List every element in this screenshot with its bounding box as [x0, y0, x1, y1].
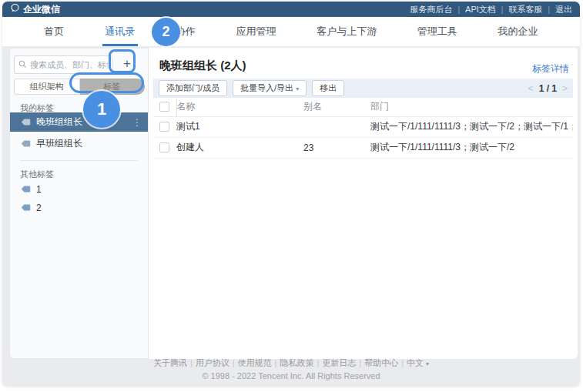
- more-options-icon[interactable]: ⋮: [132, 117, 142, 128]
- tag-detail-link[interactable]: 标签详情: [532, 62, 569, 75]
- pagination: < 1 / 1 >: [528, 83, 568, 94]
- toolbar: 添加部门/成员 批量导入/导出▾ 移出 < 1 / 1 >: [153, 79, 573, 98]
- row-checkbox-cell: [153, 137, 176, 158]
- search-input[interactable]: [30, 60, 108, 69]
- footer-divider: |: [275, 358, 277, 367]
- search-icon: [18, 58, 27, 72]
- prev-page-icon[interactable]: <: [528, 83, 534, 94]
- column-alias: 别名: [303, 98, 370, 116]
- remove-button[interactable]: 移出: [312, 80, 344, 96]
- footer: 关于腾讯|用户协议|使用规范|隐私政策|更新日志|帮助中心|中文 ▾ © 199…: [2, 357, 580, 380]
- main-panel: 晚班组组长 (2人) 标签详情 添加部门/成员 批量导入/导出▾ 移出 < 1 …: [149, 48, 578, 359]
- tab-contacts[interactable]: 通讯录: [105, 17, 135, 46]
- tab-my-company[interactable]: 我的企业: [498, 17, 538, 46]
- sidebar-divider: [20, 160, 138, 161]
- select-all-checkbox[interactable]: [159, 102, 169, 112]
- sidebar-toggle: 组织架构 标签: [14, 79, 145, 95]
- footer-link-usage-rules[interactable]: 使用规范: [238, 358, 272, 367]
- search-box: [14, 55, 112, 74]
- table-row[interactable]: 测试1 测试一下/1/111/1111/3；测试一下/2；测试一下/1；测...: [153, 116, 573, 137]
- sidebar-item-other-tag-1[interactable]: 1: [10, 179, 148, 199]
- link-api-docs[interactable]: API文档: [465, 4, 496, 15]
- tag-name: 早班组组长: [36, 137, 82, 150]
- footer-divider: |: [359, 358, 361, 367]
- app-window: 企业微信 服务商后台 | API文档 | 联系客服 | 退出 首页 通讯录 协作…: [2, 2, 580, 387]
- sidebar-item-night-shift-leader[interactable]: 晚班组组长 ⋮: [10, 112, 148, 132]
- page-title: 晚班组组长 (2人): [159, 59, 246, 73]
- tab-admin-tools[interactable]: 管理工具: [417, 17, 457, 46]
- toggle-tags[interactable]: 标签: [80, 79, 146, 95]
- row-checkbox-cell: [153, 116, 176, 137]
- column-department: 部门: [370, 98, 573, 116]
- table-header-row: 名称 别名 部门: [153, 98, 573, 116]
- footer-links: 关于腾讯|用户协议|使用规范|隐私政策|更新日志|帮助中心|中文 ▾: [2, 357, 580, 369]
- sidebar-item-other-tag-2[interactable]: 2: [10, 198, 148, 217]
- add-member-button[interactable]: 添加部门/成员: [159, 80, 227, 96]
- main-nav: 首页 通讯录 协作 应用管理 客户与上下游 管理工具 我的企业: [2, 17, 580, 46]
- footer-divider: |: [190, 358, 193, 367]
- tag-name: 晚班组组长: [36, 116, 82, 129]
- chevron-down-icon: ▾: [426, 360, 429, 367]
- wechat-work-bubble-icon: [10, 3, 20, 15]
- footer-divider: |: [401, 358, 404, 367]
- member-department: 测试一下/1/111/1111/3；测试一下/2: [370, 137, 573, 158]
- footer-language-selector[interactable]: 中文 ▾: [407, 358, 429, 367]
- other-tags-label: 其他标签: [20, 169, 54, 180]
- members-table: 名称 别名 部门 测试1 测试一下/1/111/1111/3；测试一下/2；测试…: [153, 98, 573, 159]
- footer-divider: |: [317, 358, 319, 367]
- tag-icon: [21, 139, 31, 148]
- footer-link-changelog[interactable]: 更新日志: [322, 358, 356, 367]
- link-provider-console[interactable]: 服务商后台: [410, 4, 452, 15]
- topbar-divider: |: [501, 5, 504, 14]
- member-name: 创建人: [176, 137, 303, 158]
- tag-icon: [21, 118, 31, 126]
- link-logout[interactable]: 退出: [555, 4, 572, 15]
- table-row[interactable]: 创建人 23 测试一下/1/111/1111/3；测试一下/2: [153, 137, 573, 158]
- tag-icon: [21, 185, 31, 193]
- footer-link-privacy[interactable]: 隐私政策: [280, 358, 313, 367]
- footer-link-user-agreement[interactable]: 用户协议: [196, 358, 230, 367]
- add-tag-button[interactable]: +: [117, 55, 137, 74]
- next-page-icon[interactable]: >: [562, 83, 568, 94]
- chevron-down-icon: ▾: [296, 85, 299, 92]
- sidebar-item-morning-shift-leader[interactable]: 早班组组长: [10, 134, 148, 153]
- footer-link-help-center[interactable]: 帮助中心: [364, 358, 398, 367]
- member-alias: 23: [303, 137, 370, 158]
- active-tab-underline: [102, 44, 138, 46]
- page-indicator: 1 / 1: [539, 83, 557, 94]
- topbar-divider: |: [548, 5, 550, 14]
- row-checkbox[interactable]: [159, 122, 169, 132]
- footer-link-about[interactable]: 关于腾讯: [153, 358, 187, 367]
- member-name: 测试1: [176, 116, 303, 137]
- topbar-divider: |: [457, 5, 460, 14]
- brand-name: 企业微信: [23, 3, 60, 16]
- toggle-org-structure[interactable]: 组织架构: [14, 79, 80, 95]
- column-name: 名称: [176, 98, 303, 116]
- top-bar: 企业微信 服务商后台 | API文档 | 联系客服 | 退出: [2, 2, 580, 17]
- tag-icon: [21, 203, 31, 212]
- tab-home[interactable]: 首页: [44, 17, 64, 46]
- tag-name: 2: [36, 203, 42, 213]
- tag-name: 1: [36, 184, 42, 195]
- step-badge-1: 1: [83, 91, 120, 128]
- row-checkbox[interactable]: [159, 142, 169, 152]
- link-contact-support[interactable]: 联系客服: [508, 4, 542, 15]
- topbar-links: 服务商后台 | API文档 | 联系客服 | 退出: [410, 4, 572, 15]
- copyright-notice: © 1998 - 2022 Tencent Inc. All Rights Re…: [2, 371, 580, 380]
- sidebar: + 组织架构 标签 我的标签 晚班组组长 ⋮ 早班组组长 其他标签 1: [9, 48, 149, 359]
- brand-logo[interactable]: 企业微信: [10, 3, 60, 16]
- footer-divider: |: [233, 358, 235, 367]
- tab-app-management[interactable]: 应用管理: [236, 17, 276, 46]
- member-alias: [303, 116, 370, 137]
- tab-customers[interactable]: 客户与上下游: [317, 17, 377, 46]
- member-department: 测试一下/1/111/1111/3；测试一下/2；测试一下/1；测...: [370, 116, 573, 137]
- step-badge-2: 2: [152, 18, 180, 46]
- batch-import-export-button[interactable]: 批量导入/导出▾: [233, 80, 307, 96]
- header-checkbox-cell: [153, 98, 176, 116]
